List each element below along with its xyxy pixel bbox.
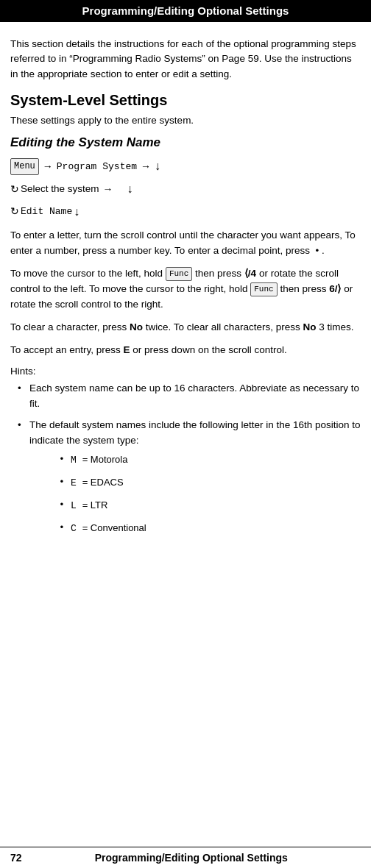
code-list-item-2: L = LTR	[59, 497, 361, 514]
para2-part5: then press	[280, 283, 326, 294]
header-divider	[0, 21, 371, 22]
refresh-icon: ↻	[10, 180, 19, 199]
code-char-M: M	[71, 455, 77, 466]
edit-name-mono: Edit Name	[21, 203, 72, 220]
refresh-icon-2: ↻	[10, 202, 19, 221]
code-desc-E: = EDACS	[82, 477, 124, 488]
arrow-3: →	[103, 180, 113, 199]
code-list: M = Motorola E = EDACS L = LTR C = Conve…	[29, 452, 361, 537]
body-para-4: To accept an entry, press E or press dow…	[10, 343, 361, 358]
para2-part1: To move the cursor to the left, hold	[10, 268, 163, 279]
arrow-2: →	[141, 157, 151, 176]
para2-part4: To move the cursor to the right, hold	[89, 283, 247, 294]
code-list-item-0: M = Motorola	[59, 452, 361, 469]
func-box-2: Func	[250, 282, 277, 296]
code-list-item-1: E = EDACS	[59, 474, 361, 491]
hint-item-2-text: The default system names include the fol…	[29, 419, 361, 446]
body-para-1-text: To enter a letter, turn the scroll contr…	[10, 230, 356, 256]
instruction-line-2: ↻ Select the system → ↓	[10, 179, 361, 200]
footer-page-number: 72	[10, 852, 22, 864]
down-arrow-1: ↓	[155, 156, 160, 177]
instruction-block: Menu → Program System → ↓ ↻ Select the s…	[10, 156, 361, 222]
system-level-subtext: These settings apply to the entire syste…	[10, 113, 361, 128]
arrow-1: →	[43, 157, 53, 176]
hints-label: Hints:	[10, 366, 361, 377]
main-content: This section details the instructions fo…	[0, 29, 371, 552]
code-char-E: E	[71, 477, 77, 488]
code-char-C: C	[71, 523, 77, 534]
instruction-line-3: ↻ Edit Name ↓	[10, 202, 361, 223]
hint-item-2: The default system names include the fol…	[18, 418, 361, 537]
no-bold-2: No	[303, 321, 316, 332]
intro-paragraph: This section details the instructions fo…	[10, 37, 361, 82]
select-system-text: Select the system	[21, 180, 99, 198]
para2-key2: 6/⟩	[329, 283, 341, 294]
code-desc-M: = Motorola	[82, 454, 128, 465]
body-para-1: To enter a letter, turn the scroll contr…	[10, 228, 361, 259]
code-list-item-3: C = Conventional	[59, 520, 361, 537]
page-footer: 72 Programming/Editing Optional Settings	[0, 847, 371, 868]
code-desc-L: = LTR	[82, 499, 108, 511]
system-level-heading: System-Level Settings	[10, 92, 361, 109]
down-arrow-3: ↓	[74, 202, 80, 223]
para2-part2: then press	[195, 268, 241, 279]
menu-key: Menu	[10, 158, 39, 176]
no-bold-1: No	[130, 321, 143, 332]
hints-list: Each system name can be up to 16 charact…	[10, 381, 361, 537]
header-title: Programming/Editing Optional Settings	[82, 4, 289, 17]
code-char-L: L	[71, 500, 77, 511]
func-box-1: Func	[166, 267, 192, 281]
code-desc-C: = Conventional	[82, 522, 146, 533]
footer-inner: 72 Programming/Editing Optional Settings	[0, 847, 371, 868]
para2-key1: ⟨/4	[244, 268, 256, 279]
hint-item-1: Each system name can be up to 16 charact…	[18, 381, 361, 412]
body-para-2: To move the cursor to the left, hold Fun…	[10, 266, 361, 313]
editing-system-name-heading: Editing the System Name	[10, 135, 361, 150]
program-system-mono: Program System	[57, 158, 137, 175]
instruction-line-1: Menu → Program System → ↓	[10, 156, 361, 177]
page-header: Programming/Editing Optional Settings	[0, 0, 371, 21]
e-bold: E	[124, 344, 130, 355]
down-arrow-2: ↓	[127, 179, 133, 200]
body-para-3: To clear a character, press No twice. To…	[10, 320, 361, 335]
page-wrapper: Programming/Editing Optional Settings Th…	[0, 0, 371, 868]
footer-title: Programming/Editing Optional Settings	[22, 852, 361, 864]
